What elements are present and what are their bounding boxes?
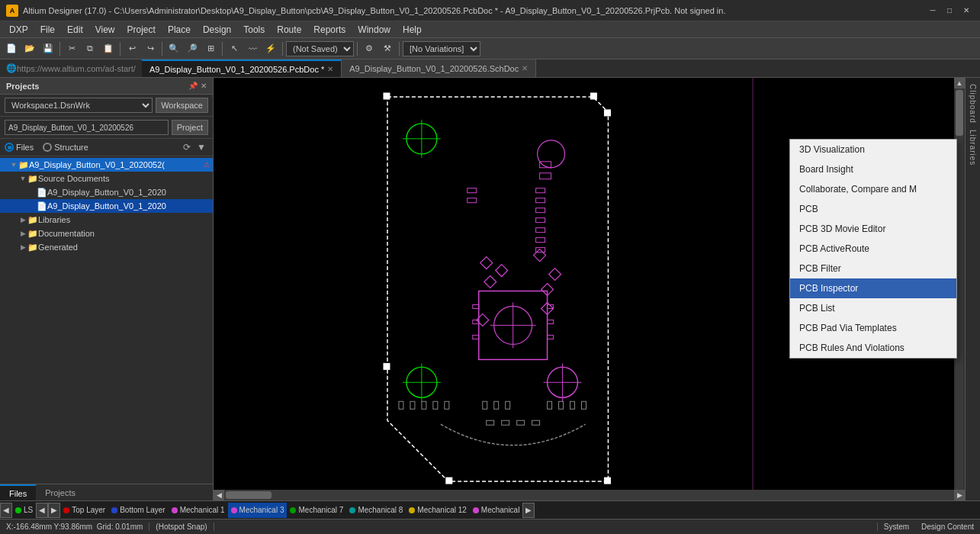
tb-fit[interactable]: ⊞ [202, 40, 219, 57]
menu-help[interactable]: Help [397, 23, 428, 37]
maximize-button[interactable]: □ [942, 4, 957, 18]
layer-nav-next[interactable]: ▶ [48, 503, 60, 518]
layer-nav-right[interactable]: ▶ [522, 503, 535, 518]
tb-cut[interactable]: ✂ [63, 40, 80, 57]
scroll-track-h[interactable] [224, 490, 954, 500]
variations-dropdown[interactable]: [No Variations] [403, 41, 480, 56]
scroll-left-button[interactable]: ◀ [214, 490, 224, 500]
canvas-area[interactable]: ▲ ▼ ◀ ▶ 3D Visualization Board Insight C… [214, 78, 965, 500]
dd-item-pcb-rules[interactable]: PCB Rules And Violations [790, 338, 956, 358]
layer-tab-mech7[interactable]: Mechanical 7 [287, 503, 346, 518]
menu-design[interactable]: Design [197, 23, 237, 37]
tb-extra1[interactable]: ⚙ [361, 40, 378, 57]
tree-item-source-docs[interactable]: ▼ 📁 Source Documents [0, 172, 213, 185]
close-button[interactable]: ✕ [959, 4, 974, 18]
menu-project[interactable]: Project [121, 23, 162, 37]
tb-copy[interactable]: ⧉ [82, 40, 98, 57]
clipboard-label[interactable]: Clipboard [967, 81, 978, 127]
panel-close-icon[interactable]: ✕ [201, 82, 207, 90]
layer-tab-mech3[interactable]: Mechanical 3 [228, 503, 288, 518]
menu-route[interactable]: Route [271, 23, 307, 37]
tree-item-libraries[interactable]: ▶ 📁 Libraries [0, 213, 213, 227]
tree-item-documentation[interactable]: ▶ 📁 Documentation [0, 227, 213, 240]
tab-schdoc-close[interactable]: ✕ [522, 64, 528, 72]
dd-item-pcb-inspector[interactable]: PCB Inspector [790, 278, 956, 298]
layer-tab-ls[interactable]: LS [12, 503, 36, 518]
workspace-select[interactable]: Workspace1.DsnWrk [5, 98, 153, 113]
tab-schdoc[interactable]: A9_Display_Button_V0_1_20200526.SchDoc ✕ [342, 60, 536, 77]
structure-radio[interactable]: Structure [43, 143, 88, 152]
tree-item-project[interactable]: ▼ 📁 A9_Display_Button_V0_1_2020052( ⚠ [0, 158, 213, 172]
panel-tab-files[interactable]: Files [0, 484, 36, 500]
menu-place[interactable]: Place [162, 23, 197, 37]
tb-undo[interactable]: ↩ [124, 40, 140, 57]
tb-route[interactable]: ⚡ [262, 40, 279, 57]
mech12-label: Mechanical 12 [417, 506, 466, 514]
menu-file[interactable]: File [34, 23, 61, 37]
tb-extra2[interactable]: ⚒ [379, 40, 396, 57]
dd-item-collaborate[interactable]: Collaborate, Compare and M [790, 179, 956, 199]
panel-pin-icon[interactable]: 📌 [188, 82, 198, 90]
tree-item-schdoc[interactable]: 📄 A9_Display_Button_V0_1_2020 [0, 185, 213, 199]
toolbar: 📄 📂 💾 ✂ ⧉ 📋 ↩ ↪ 🔍 🔎 ⊞ ↖ 〰 ⚡ (Not Saved) … [0, 38, 980, 60]
system-status: System [877, 523, 915, 531]
tb-paste[interactable]: 📋 [100, 40, 117, 57]
dd-item-pcb-filter[interactable]: PCB Filter [790, 259, 956, 278]
save-status-dropdown[interactable]: (Not Saved) [286, 41, 354, 56]
tb-zoom-out[interactable]: 🔎 [184, 40, 201, 57]
dd-item-pcb-activeroute[interactable]: PCB ActiveRoute [790, 239, 956, 259]
layer-tab-mech1[interactable]: Mechanical 1 [169, 503, 228, 518]
top-layer-label: Top Layer [72, 506, 105, 514]
svg-rect-1 [384, 93, 390, 99]
tree-item-generated[interactable]: ▶ 📁 Generated [0, 240, 213, 254]
panel-tab-projects[interactable]: Projects [36, 484, 85, 500]
tb-save[interactable]: 💾 [40, 40, 56, 57]
scroll-right-button[interactable]: ▶ [954, 490, 965, 500]
layer-tab-bottom[interactable]: Bottom Layer [108, 503, 168, 518]
tree-item-pcbdoc[interactable]: 📄 A9_Display_Button_V0_1_2020 [0, 199, 213, 213]
tb-zoom-in[interactable]: 🔍 [165, 40, 182, 57]
layer-tab-mech12[interactable]: Mechanical 12 [406, 503, 469, 518]
dd-item-3d-visualization[interactable]: 3D Visualization [790, 140, 956, 159]
project-input[interactable] [5, 120, 169, 135]
minimize-button[interactable]: ─ [925, 4, 940, 18]
menu-dxp[interactable]: DXP [3, 23, 34, 37]
menu-reports[interactable]: Reports [307, 23, 352, 37]
svg-rect-4 [604, 110, 610, 116]
layer-tab-mech-extra[interactable]: Mechanical [470, 503, 523, 518]
horizontal-scrollbar[interactable]: ◀ ▶ [214, 490, 965, 500]
tb-wire[interactable]: 〰 [244, 40, 261, 57]
dd-item-pcb-list[interactable]: PCB List [790, 298, 956, 318]
dd-item-board-insight[interactable]: Board Insight [790, 159, 956, 179]
dd-item-pcb[interactable]: PCB [790, 199, 956, 219]
tab-pcbdoc-close[interactable]: ✕ [327, 65, 333, 73]
tb-redo[interactable]: ↪ [142, 40, 159, 57]
tb-open[interactable]: 📂 [21, 40, 38, 57]
view-icon-refresh[interactable]: ⟳ [181, 141, 193, 153]
tb-new[interactable]: 📄 [3, 40, 20, 57]
layer-tab-mech8[interactable]: Mechanical 8 [346, 503, 406, 518]
scroll-thumb-h[interactable] [226, 491, 272, 499]
libraries-label[interactable]: Libraries [967, 127, 978, 169]
pcbdoc-label: A9_Display_Button_V0_1_2020 [47, 201, 210, 211]
tab-pcbdoc[interactable]: A9_Display_Button_V0_1_20200526.PcbDoc *… [142, 60, 342, 77]
menu-tools[interactable]: Tools [237, 23, 271, 37]
scroll-thumb-v[interactable] [956, 90, 963, 136]
tb-select[interactable]: ↖ [226, 40, 243, 57]
files-radio[interactable]: Files [5, 143, 34, 152]
view-selector: Files Structure ⟳ ▼ [0, 139, 213, 156]
view-icon-menu[interactable]: ▼ [194, 141, 208, 153]
schdoc-icon: 📄 [37, 188, 47, 198]
menu-view[interactable]: View [89, 23, 121, 37]
menu-edit[interactable]: Edit [61, 23, 89, 37]
scroll-up-button[interactable]: ▲ [954, 78, 965, 88]
workspace-button[interactable]: Workspace [156, 98, 208, 113]
menu-window[interactable]: Window [352, 23, 397, 37]
project-button[interactable]: Project [172, 120, 208, 135]
layer-nav-left[interactable]: ◀ [0, 503, 12, 518]
dd-item-pcb-pad-via[interactable]: PCB Pad Via Templates [790, 318, 956, 338]
dd-item-pcb-3d-movie[interactable]: PCB 3D Movie Editor [790, 219, 956, 239]
layer-tab-top[interactable]: Top Layer [60, 503, 108, 518]
tab-url[interactable]: 🌐 https://www.altium.com/ad-start/ [0, 60, 142, 77]
layer-nav-prev[interactable]: ◀ [36, 503, 48, 518]
